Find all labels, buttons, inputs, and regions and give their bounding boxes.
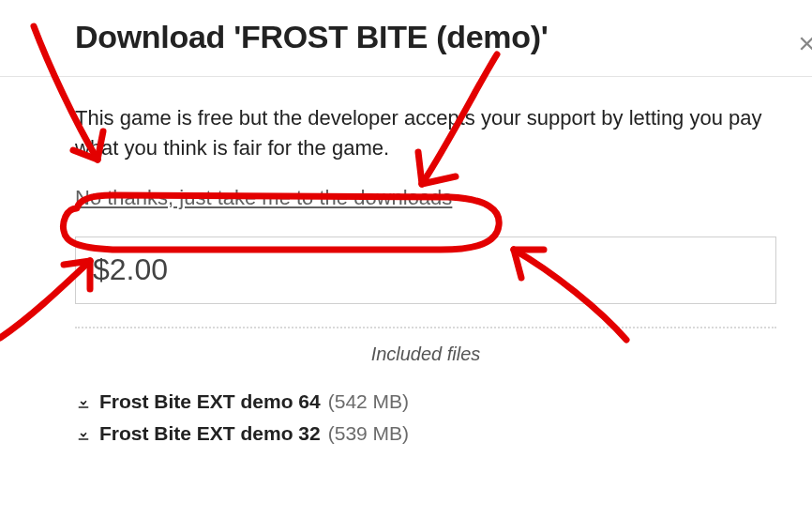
svg-rect-0: [79, 406, 89, 408]
download-icon: [75, 425, 92, 442]
modal-title: Download 'FROST BITE (demo)': [75, 19, 812, 55]
file-size: (542 MB): [328, 390, 409, 413]
file-item[interactable]: Frost Bite EXT demo 64 (542 MB): [75, 386, 776, 418]
file-size: (539 MB): [328, 422, 409, 445]
close-icon[interactable]: ×: [798, 28, 812, 58]
intro-text: This game is free but the developer acce…: [75, 103, 776, 163]
modal-header: Download 'FROST BITE (demo)': [0, 0, 812, 76]
price-input[interactable]: $2.00: [75, 237, 776, 304]
skip-payment-link[interactable]: No thanks, just take me to the downloads: [75, 186, 452, 210]
download-modal: Download 'FROST BITE (demo)' × This game…: [0, 0, 812, 450]
svg-rect-1: [79, 438, 89, 440]
file-item[interactable]: Frost Bite EXT demo 32 (539 MB): [75, 418, 776, 450]
section-divider: [75, 327, 776, 328]
price-value: $2.00: [93, 252, 168, 287]
included-files-label: Included files: [75, 343, 776, 365]
file-name: Frost Bite EXT demo 32: [99, 422, 321, 445]
file-list: Frost Bite EXT demo 64 (542 MB) Frost Bi…: [75, 386, 776, 450]
modal-body: This game is free but the developer acce…: [0, 77, 812, 450]
file-name: Frost Bite EXT demo 64: [99, 390, 321, 413]
download-icon: [75, 393, 92, 410]
